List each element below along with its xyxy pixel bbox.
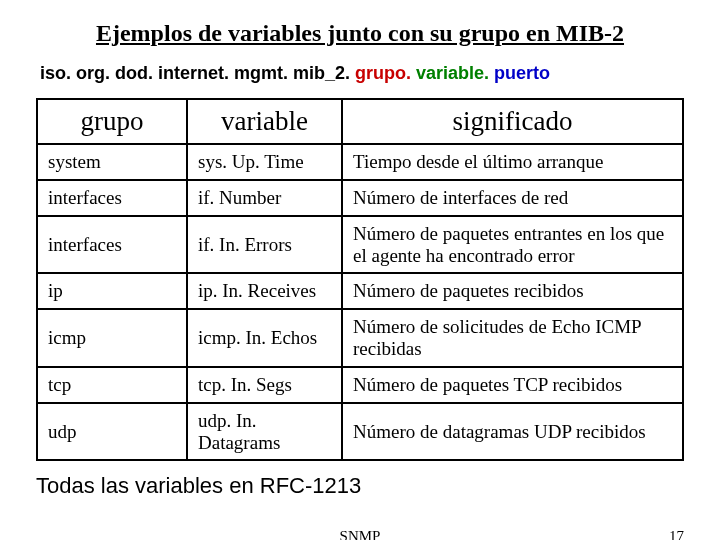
cell-variable: if. Number: [187, 180, 342, 216]
cell-significado: Número de paquetes entrantes en los que …: [342, 216, 683, 274]
cell-significado: Número de paquetes TCP recibidos: [342, 367, 683, 403]
table-row: tcp tcp. In. Segs Número de paquetes TCP…: [37, 367, 683, 403]
cell-variable: sys. Up. Time: [187, 144, 342, 180]
table-row: interfaces if. In. Errors Número de paqu…: [37, 216, 683, 274]
oid-grupo: grupo.: [350, 63, 411, 83]
table-row: system sys. Up. Time Tiempo desde el últ…: [37, 144, 683, 180]
oid-variable: variable.: [411, 63, 489, 83]
oid-puerto: puerto: [489, 63, 550, 83]
table-row: ip ip. In. Receives Número de paquetes r…: [37, 273, 683, 309]
cell-significado: Número de interfaces de red: [342, 180, 683, 216]
cell-variable: icmp. In. Echos: [187, 309, 342, 367]
cell-variable: tcp. In. Segs: [187, 367, 342, 403]
col-header-grupo: grupo: [37, 99, 187, 144]
oid-path: iso. org. dod. internet. mgmt. mib_2. gr…: [40, 63, 684, 84]
cell-grupo: interfaces: [37, 216, 187, 274]
cell-variable: ip. In. Receives: [187, 273, 342, 309]
table-row: udp udp. In. Datagrams Número de datagra…: [37, 403, 683, 461]
cell-grupo: ip: [37, 273, 187, 309]
table-row: icmp icmp. In. Echos Número de solicitud…: [37, 309, 683, 367]
oid-prefix: iso. org. dod. internet. mgmt. mib_2.: [40, 63, 350, 83]
variables-table: grupo variable significado system sys. U…: [36, 98, 684, 461]
cell-significado: Número de datagramas UDP recibidos: [342, 403, 683, 461]
col-header-variable: variable: [187, 99, 342, 144]
cell-variable: udp. In. Datagrams: [187, 403, 342, 461]
cell-significado: Número de paquetes recibidos: [342, 273, 683, 309]
cell-significado: Número de solicitudes de Echo ICMP recib…: [342, 309, 683, 367]
slide: Ejemplos de variables junto con su grupo…: [0, 0, 720, 540]
slide-title: Ejemplos de variables junto con su grupo…: [36, 20, 684, 47]
cell-grupo: udp: [37, 403, 187, 461]
cell-grupo: tcp: [37, 367, 187, 403]
footer-label: SNMP: [0, 528, 720, 540]
footer-note: Todas las variables en RFC-1213: [36, 473, 684, 499]
cell-grupo: interfaces: [37, 180, 187, 216]
col-header-significado: significado: [342, 99, 683, 144]
cell-significado: Tiempo desde el último arranque: [342, 144, 683, 180]
page-number: 17: [669, 528, 684, 540]
table-row: interfaces if. Number Número de interfac…: [37, 180, 683, 216]
cell-variable: if. In. Errors: [187, 216, 342, 274]
cell-grupo: icmp: [37, 309, 187, 367]
table-header-row: grupo variable significado: [37, 99, 683, 144]
cell-grupo: system: [37, 144, 187, 180]
